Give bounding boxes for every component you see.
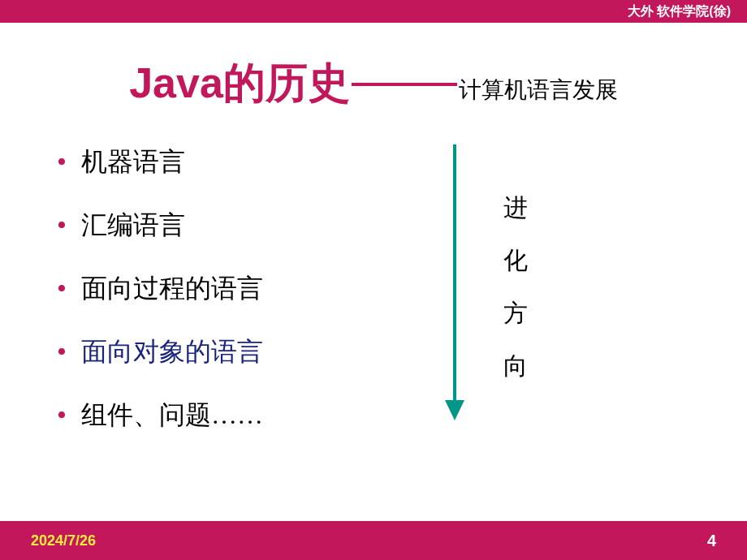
bullet-icon: • (57, 149, 67, 176)
header-bar: 大外 软件学院(徐) (0, 0, 747, 23)
arrow-label-char: 化 (503, 244, 528, 278)
bullet-item: • 汇编语言 (57, 208, 406, 243)
bullet-item: • 组件、问题…… (57, 398, 406, 433)
header-institution: 大外 软件学院(徐) (628, 3, 731, 20)
arrow-label: 进 化 方 向 (503, 144, 528, 461)
footer-page-number: 4 (707, 532, 716, 550)
title-subtitle: 计算机语言发展 (459, 75, 618, 106)
bullet-icon: • (57, 402, 67, 429)
bullet-item: • 机器语言 (57, 144, 406, 180)
bullet-text: 汇编语言 (81, 208, 185, 243)
bullet-icon: • (57, 338, 67, 366)
bullet-item: • 面向过程的语言 (57, 271, 406, 307)
arrow-label-char: 方 (503, 297, 528, 330)
footer-date: 2024/7/26 (31, 532, 96, 549)
arrow-label-char: 进 (503, 192, 528, 225)
bullet-text: 面向过程的语言 (81, 271, 263, 307)
slide-title: Java的历史 计算机语言发展 (0, 55, 747, 112)
bullet-icon: • (57, 275, 67, 303)
title-main: Java的历史 (129, 55, 350, 112)
bullet-icon: • (57, 212, 67, 239)
slide-content: Java的历史 计算机语言发展 • 机器语言 • 汇编语言 • 面向过程的语言 … (0, 23, 747, 521)
svg-marker-1 (445, 400, 464, 420)
body-area: • 机器语言 • 汇编语言 • 面向过程的语言 • 面向对象的语言 • 组件、问… (0, 144, 747, 461)
bullet-item: • 面向对象的语言 (57, 334, 406, 370)
arrow-area (406, 144, 503, 461)
bullet-text: 组件、问题…… (81, 398, 263, 433)
title-divider-line (352, 83, 457, 86)
footer-bar: 2024/7/26 4 (0, 521, 747, 560)
bullet-list: • 机器语言 • 汇编语言 • 面向过程的语言 • 面向对象的语言 • 组件、问… (57, 144, 406, 461)
down-arrow-icon (438, 144, 471, 420)
arrow-label-char: 向 (503, 350, 528, 383)
bullet-text-highlight: 面向对象的语言 (81, 334, 263, 370)
bullet-text: 机器语言 (81, 144, 185, 180)
